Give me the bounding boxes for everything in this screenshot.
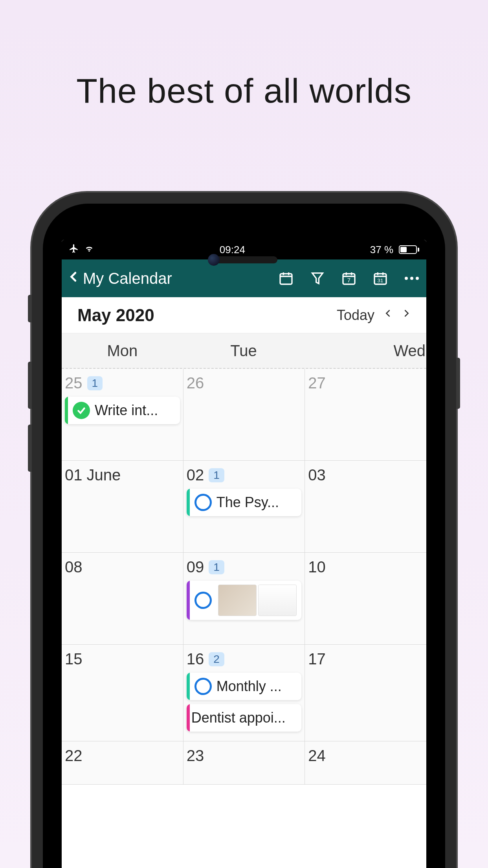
app-screen: 09:24 37 % My Calendar [62,240,426,868]
airplane-mode-icon [69,243,79,256]
svg-marker-4 [312,273,323,284]
event-color-stripe [187,673,190,700]
week-row: 222324 [62,741,426,785]
event-label: Dentist appoi... [191,710,297,726]
svg-text:7: 7 [347,277,350,283]
week-row: 01 June021The Psy...03 [62,461,426,553]
week-view-icon[interactable]: 7 [341,270,357,287]
weekday-header-cell: Wed [304,333,426,368]
event-color-stripe [187,581,190,620]
day-cell[interactable]: 01 June [62,461,183,552]
phone-frame: 09:24 37 % My Calendar [32,193,456,868]
event-label: The Psy... [216,494,297,511]
day-number: 15 [65,650,83,668]
phone-camera [208,254,220,266]
phone-volume-down [28,425,32,472]
back-button[interactable]: My Calendar [68,268,272,289]
day-cell[interactable]: 021The Psy... [183,461,305,552]
day-cell[interactable]: 24 [305,741,426,784]
month-header: May 2020 Today [62,297,426,333]
day-cell[interactable]: 10 [305,553,426,644]
week-row: 15162Monthly ...Dentist appoi...17 [62,645,426,741]
checkmark-done-icon[interactable] [73,402,90,419]
chevron-left-icon [68,268,80,289]
day-cell[interactable]: 23 [183,741,305,784]
day-cell[interactable]: 08 [62,553,183,644]
checkmark-empty-icon[interactable] [194,494,212,511]
day-number: 26 [187,374,204,392]
event-count-badge: 2 [209,652,224,666]
more-icon[interactable] [404,270,420,287]
hero-title: The best of all worlds [0,0,488,111]
day-cell[interactable]: 251Write int... [62,369,183,460]
phone-volume-up [28,362,32,409]
wifi-icon [84,244,95,256]
phone-speaker [211,256,277,263]
weekday-header-cell: Mon [62,333,183,368]
day-cell[interactable]: 17 [305,645,426,741]
day-number: 16 [187,650,204,668]
filter-icon[interactable] [309,270,326,287]
event-count-badge: 1 [87,376,103,390]
phone-power-button [456,358,460,409]
battery-percent: 37 % [370,244,393,256]
status-time: 09:24 [220,244,245,256]
day-cell[interactable]: 15 [62,645,183,741]
day-number: 01 June [65,466,121,484]
battery-icon [396,245,419,254]
back-title: My Calendar [83,270,172,287]
day-number: 03 [308,466,326,484]
event-card[interactable] [187,581,302,620]
phone-mute-switch [28,295,32,322]
svg-text:31: 31 [378,278,383,283]
day-number: 09 [187,558,204,576]
day-number: 23 [187,747,204,765]
day-cell[interactable]: 162Monthly ...Dentist appoi... [183,645,305,741]
month-view-icon[interactable]: 31 [372,270,389,287]
event-thumbnail [218,585,297,616]
day-number: 24 [308,747,326,765]
day-number: 25 [65,374,83,392]
week-row: 251Write int...2627 [62,369,426,461]
day-cell[interactable]: 03 [305,461,426,552]
event-color-stripe [65,397,68,424]
calendar-grid: 251Write int...262701 June021The Psy...0… [62,369,426,868]
checkmark-empty-icon[interactable] [194,592,212,609]
svg-point-17 [416,277,419,280]
event-color-stripe [187,704,190,732]
prev-month-button[interactable] [384,307,393,324]
event-count-badge: 1 [209,560,224,574]
month-title[interactable]: May 2020 [77,305,154,325]
svg-rect-0 [280,274,292,284]
day-number: 10 [308,558,326,576]
today-button[interactable]: Today [337,307,374,324]
event-count-badge: 1 [209,468,224,482]
weekday-header: MonTueWed [62,333,426,369]
day-number: 17 [308,650,326,668]
day-cell[interactable]: 091 [183,553,305,644]
weekday-header-cell: Tue [183,333,305,368]
svg-point-16 [410,277,413,280]
event-card[interactable]: Monthly ... [187,673,302,700]
event-color-stripe [187,489,190,516]
event-label: Write int... [95,402,175,419]
navigation-bar: My Calendar 7 31 [62,259,426,297]
event-card[interactable]: The Psy... [187,489,302,516]
next-month-button[interactable] [402,307,411,324]
day-number: 27 [308,374,326,392]
day-number: 22 [65,747,83,765]
calendar-icon[interactable] [278,270,294,287]
svg-point-15 [405,277,408,280]
event-card[interactable]: Dentist appoi... [187,704,302,732]
day-cell[interactable]: 22 [62,741,183,784]
week-row: 0809110 [62,553,426,645]
day-cell[interactable]: 26 [183,369,305,460]
day-number: 02 [187,466,204,484]
day-number: 08 [65,558,83,576]
checkmark-empty-icon[interactable] [194,678,212,695]
event-label: Monthly ... [216,678,297,695]
day-cell[interactable]: 27 [305,369,426,460]
event-card[interactable]: Write int... [65,397,180,424]
